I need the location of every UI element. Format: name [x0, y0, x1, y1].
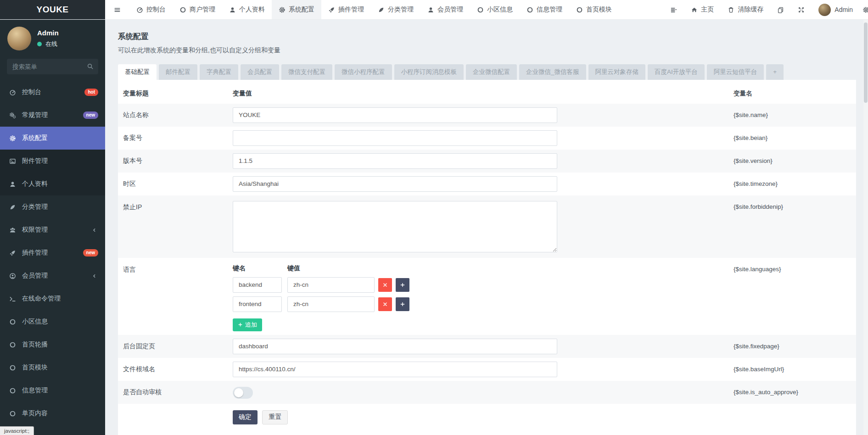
- config-tab[interactable]: 微信小程序配置: [335, 64, 392, 80]
- form-actions: 确定 重置: [118, 404, 856, 424]
- field-label: 是否自动审核: [118, 388, 233, 396]
- home-label: 主页: [701, 6, 714, 14]
- menu-badge: new: [83, 112, 98, 119]
- add-config-tab-button[interactable]: +: [766, 64, 784, 80]
- form-row: 文件根域名{$site.baseImgUrl}: [118, 358, 856, 381]
- topnav-tab[interactable]: 小区信息: [470, 0, 520, 19]
- sidebar-item[interactable]: 会员管理: [0, 264, 105, 287]
- field-input[interactable]: [233, 362, 557, 377]
- remove-row-button[interactable]: [378, 278, 392, 292]
- config-tab[interactable]: 邮件配置: [159, 64, 197, 80]
- sidebar-item[interactable]: 在线命令管理: [0, 287, 105, 310]
- times-icon: [382, 282, 388, 288]
- vertical-scrollbar: [863, 20, 868, 435]
- config-tab[interactable]: 微信支付配置: [281, 64, 332, 80]
- sidebar-item[interactable]: 小区信息: [0, 310, 105, 333]
- field-input[interactable]: [233, 130, 557, 146]
- copy-tab-button[interactable]: [770, 0, 791, 19]
- sidebar-toggle-button[interactable]: [105, 0, 129, 19]
- topnav-tab[interactable]: 商户管理: [173, 0, 222, 19]
- submit-button[interactable]: 确定: [233, 410, 258, 424]
- config-tab[interactable]: 会员配置: [241, 64, 279, 80]
- clear-cache-button[interactable]: 清除缓存: [721, 0, 770, 19]
- circle-icon: [8, 387, 17, 394]
- remove-row-button[interactable]: [378, 297, 392, 311]
- fullscreen-button[interactable]: [791, 0, 812, 19]
- config-tab[interactable]: 小程序订阅消息模板: [394, 64, 464, 80]
- brand-logo[interactable]: YOUKE: [0, 0, 105, 19]
- sidebar-item-label: 控制台: [22, 88, 41, 96]
- topnav-tab[interactable]: 个人资料: [222, 0, 272, 19]
- field-input[interactable]: [233, 339, 557, 354]
- config-tab[interactable]: 百度AI开放平台: [648, 64, 705, 80]
- sidebar-item-label: 附件管理: [22, 157, 48, 165]
- plus-icon: [400, 282, 405, 288]
- sidebar-item[interactable]: 权限管理: [0, 218, 105, 241]
- append-button[interactable]: 追加: [233, 318, 262, 331]
- field-textarea[interactable]: [233, 201, 557, 252]
- admin-menu-button[interactable]: Admin: [812, 0, 860, 19]
- chevron-left-icon: [90, 273, 98, 279]
- topnav-tab[interactable]: 插件管理: [321, 0, 371, 19]
- kv-header: 键名键值: [233, 264, 734, 273]
- form-row: 语言键名键值追加{$site.languages}: [118, 258, 856, 335]
- add-row-button[interactable]: [396, 278, 409, 292]
- topnav-tab[interactable]: 系统配置: [272, 0, 321, 19]
- form-row: 禁止IP{$site.forbiddenip}: [118, 195, 856, 258]
- config-tab[interactable]: 企业微信配置: [466, 64, 517, 80]
- config-tab[interactable]: 字典配置: [200, 64, 238, 80]
- kv-key-input[interactable]: [233, 277, 282, 293]
- sidebar-item[interactable]: 分类管理: [0, 195, 105, 218]
- circle-icon: [8, 318, 17, 325]
- sidebar-item[interactable]: 常规管理new: [0, 104, 105, 127]
- config-tab[interactable]: 基础配置: [118, 64, 157, 80]
- topnav-tab[interactable]: 分类管理: [371, 0, 420, 19]
- sidebar-item[interactable]: 首页轮播: [0, 333, 105, 356]
- sidebar-item[interactable]: 单页内容: [0, 402, 105, 425]
- append-label: 追加: [245, 321, 257, 329]
- field-label: 备案号: [118, 134, 233, 142]
- window-tabs-menu-button[interactable]: [663, 0, 684, 19]
- sidebar-item-label: 会员管理: [22, 272, 48, 280]
- field-label: 禁止IP: [118, 201, 233, 212]
- sidebar-item[interactable]: 系统配置: [0, 127, 105, 150]
- menu-search-input[interactable]: [7, 59, 98, 74]
- sidebar-item[interactable]: 首页模块: [0, 356, 105, 379]
- config-tab[interactable]: 阿里云短信平台: [707, 64, 764, 80]
- avatar[interactable]: [7, 27, 31, 50]
- kv-value-input[interactable]: [287, 277, 375, 293]
- sidebar-item[interactable]: 个人资料: [0, 173, 105, 195]
- auto-approve-toggle[interactable]: [233, 387, 253, 399]
- field-label: 时区: [118, 180, 233, 188]
- topnav-tab[interactable]: 控制台: [129, 0, 173, 19]
- settings-button[interactable]: [860, 0, 868, 19]
- field-input[interactable]: [233, 176, 557, 192]
- sidebar-item[interactable]: 信息管理: [0, 379, 105, 402]
- field-value: [233, 386, 734, 399]
- top-navbar: YOUKE 控制台商户管理个人资料系统配置插件管理分类管理会员管理小区信息信息管…: [0, 0, 868, 20]
- link-status-tooltip: javascript:;: [0, 426, 34, 435]
- sidebar-menu: 控制台hot常规管理new系统配置附件管理个人资料分类管理权限管理插件管理new…: [0, 81, 105, 425]
- sidebar-item-label: 权限管理: [22, 226, 48, 234]
- kv-value-input[interactable]: [287, 296, 375, 312]
- config-tab[interactable]: 企业微信_微信客服: [519, 64, 586, 80]
- field-input[interactable]: [233, 153, 557, 169]
- sidebar-item[interactable]: 插件管理new: [0, 241, 105, 264]
- config-tab[interactable]: 阿里云对象存储: [588, 64, 646, 80]
- topnav-tab[interactable]: 信息管理: [520, 0, 569, 19]
- reset-button[interactable]: 重置: [262, 410, 288, 424]
- kv-key-input[interactable]: [233, 296, 282, 312]
- scrollbar-thumb[interactable]: [864, 22, 868, 103]
- sidebar-item[interactable]: 附件管理: [0, 150, 105, 173]
- topnav-tab[interactable]: 会员管理: [420, 0, 470, 19]
- variable-name: {$site.version}: [734, 157, 856, 164]
- topnav-tab-label: 分类管理: [388, 6, 414, 14]
- home-button[interactable]: 主页: [684, 0, 721, 19]
- trash-icon: [728, 6, 734, 13]
- field-input[interactable]: [233, 107, 557, 123]
- leaf-icon: [8, 204, 17, 211]
- topnav-tab[interactable]: 首页模块: [569, 0, 619, 19]
- circle-icon: [576, 6, 583, 13]
- sidebar-item[interactable]: 控制台hot: [0, 81, 105, 104]
- add-row-button[interactable]: [396, 297, 409, 311]
